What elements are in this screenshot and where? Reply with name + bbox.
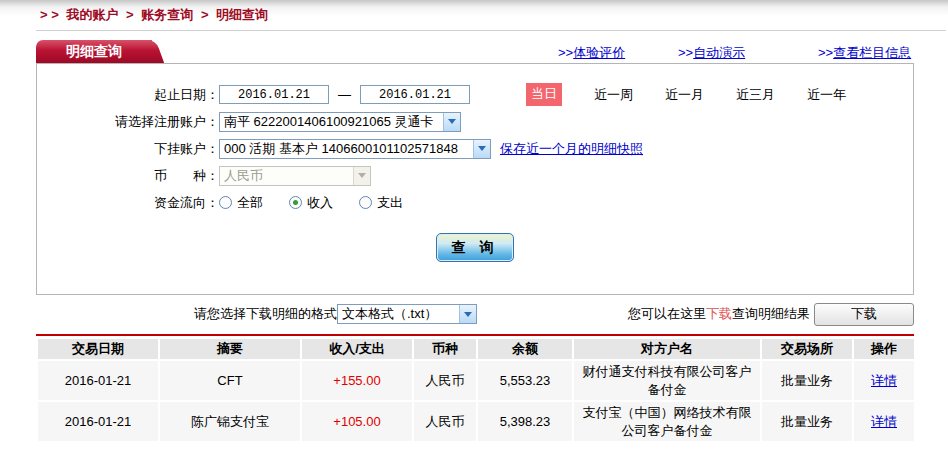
cell-venue: 批量业务	[762, 361, 852, 400]
flow-radio-0[interactable]	[219, 196, 232, 209]
cell-counterparty: 支付宝（中国）网络技术有限公司客户备付金	[574, 402, 760, 441]
flow-option-label: 全部	[237, 194, 263, 212]
col-header-summary: 摘要	[160, 339, 300, 359]
col-header-currency: 币种	[414, 339, 476, 359]
breadcrumb-arrows: > >	[40, 7, 59, 22]
sub-account-label: 下挂账户：	[37, 140, 219, 158]
sub-account-row: 下挂账户： 000 活期 基本户 1406600101102571848 保存近…	[37, 135, 913, 162]
quick-range-month[interactable]: 近一月	[665, 86, 704, 104]
flow-radio-2[interactable]	[359, 196, 372, 209]
currency-value: 人民币	[220, 167, 353, 185]
link-auto-demo[interactable]: >>自动演示	[678, 44, 745, 62]
cell-summary: CFT	[160, 361, 300, 400]
detail-link[interactable]: 详情	[871, 373, 897, 388]
cell-counterparty: 财付通支付科技有限公司客户备付金	[574, 361, 760, 400]
chevron-down-icon	[443, 113, 460, 131]
flow-direction-row: 资金流向： 全部 收入 支出	[37, 189, 913, 216]
quick-range-today[interactable]: 当日	[526, 83, 562, 106]
link-label: 查看栏目信息	[833, 45, 911, 60]
link-arrows: >>	[818, 45, 833, 60]
query-form-panel: 起止日期： — 当日 近一周 近一月 近三月 近一年 请选择注册账户： 南平 6…	[36, 63, 914, 295]
table-row: 2016-01-21 陈广锦支付宝 +105.00 人民币 5,398.23 支…	[38, 402, 914, 441]
transactions-table: 交易日期 摘要 收入/支出 币种 余额 对方户名 交易场所 操作 2016-01…	[36, 337, 916, 443]
breadcrumb-bar: > > 我的账户 > 账务查询 > 明细查询	[0, 0, 948, 30]
tab-title: 明细查询	[66, 43, 122, 59]
registered-account-value: 南平 6222001406100921065 灵通卡	[220, 113, 443, 131]
link-label: 自动演示	[693, 45, 745, 60]
chevron-down-icon	[473, 140, 490, 158]
col-header-amount: 收入/支出	[302, 339, 412, 359]
end-date-input[interactable]	[360, 85, 470, 104]
link-label: 体验评价	[573, 45, 625, 60]
currency-label: 币 种：	[37, 167, 219, 185]
currency-row: 币 种： 人民币	[37, 162, 913, 189]
link-experience-rating[interactable]: >>体验评价	[558, 44, 625, 62]
quick-range-quarter[interactable]: 近三月	[736, 86, 775, 104]
cell-date: 2016-01-21	[38, 402, 158, 441]
col-header-date: 交易日期	[38, 339, 158, 359]
cell-summary: 陈广锦支付宝	[160, 402, 300, 441]
flow-option-expense[interactable]: 支出	[359, 194, 403, 212]
link-view-column-info[interactable]: >>查看栏目信息	[818, 44, 911, 62]
query-button[interactable]: 查 询	[436, 233, 514, 262]
cell-balance: 5,553.23	[478, 361, 572, 400]
flow-option-label: 收入	[307, 194, 333, 212]
download-format-select[interactable]: 文本格式（.txt）	[337, 304, 477, 324]
cell-amount: +105.00	[302, 402, 412, 441]
flow-radio-1[interactable]	[289, 196, 302, 209]
col-header-venue: 交易场所	[762, 339, 852, 359]
download-hint-suffix: 查询明细结果	[732, 305, 810, 323]
cell-currency: 人民币	[414, 361, 476, 400]
download-row: 请您选择下载明细的格式 文本格式（.txt） 您可以在这里 下载 查询明细结果 …	[36, 301, 914, 327]
date-range-label: 起止日期：	[37, 86, 219, 104]
col-header-counterparty: 对方户名	[574, 339, 760, 359]
cell-amount: +155.00	[302, 361, 412, 400]
table-top-divider	[36, 334, 914, 336]
sub-account-select[interactable]: 000 活期 基本户 1406600101102571848	[219, 139, 491, 159]
table-row: 2016-01-21 CFT +155.00 人民币 5,553.23 财付通支…	[38, 361, 914, 400]
account-row: 请选择注册账户： 南平 6222001406100921065 灵通卡	[37, 108, 913, 135]
breadcrumb-item-detail-query[interactable]: 明细查询	[216, 7, 268, 22]
tab-row: 明细查询 >>体验评价 >>自动演示 >>查看栏目信息	[36, 40, 914, 63]
tab-detail-query[interactable]: 明细查询	[36, 40, 152, 63]
detail-link[interactable]: 详情	[871, 414, 897, 429]
col-header-balance: 余额	[478, 339, 572, 359]
download-hint-link[interactable]: 下载	[706, 305, 732, 323]
breadcrumb: > > 我的账户 > 账务查询 > 明细查询	[36, 6, 268, 24]
flow-option-label: 支出	[377, 194, 403, 212]
link-arrows: >>	[678, 45, 693, 60]
date-separator: —	[338, 87, 351, 102]
download-hint-group: 您可以在这里 下载 查询明细结果 下载	[628, 303, 914, 326]
download-button[interactable]: 下载	[814, 303, 914, 326]
flow-option-all[interactable]: 全部	[219, 194, 263, 212]
cell-date: 2016-01-21	[38, 361, 158, 400]
flow-option-income[interactable]: 收入	[289, 194, 333, 212]
save-monthly-snapshot-link[interactable]: 保存近一个月的明细快照	[500, 140, 643, 158]
download-format-label: 请您选择下载明细的格式	[194, 305, 337, 323]
chevron-down-icon	[353, 167, 370, 185]
breadcrumb-item-account-query[interactable]: 账务查询	[141, 7, 193, 22]
date-range-row: 起止日期： — 当日 近一周 近一月 近三月 近一年	[37, 81, 913, 108]
breadcrumb-separator: >	[126, 7, 134, 22]
cell-action: 详情	[854, 361, 914, 400]
breadcrumb-item-my-account[interactable]: 我的账户	[66, 7, 118, 22]
registered-account-select[interactable]: 南平 6222001406100921065 灵通卡	[219, 112, 461, 132]
currency-select: 人民币	[219, 166, 371, 186]
sub-account-value: 000 活期 基本户 1406600101102571848	[220, 140, 473, 158]
col-header-action: 操作	[854, 339, 914, 359]
chevron-down-icon	[459, 305, 476, 323]
main-content: 明细查询 >>体验评价 >>自动演示 >>查看栏目信息 起止日期： — 当日 近…	[36, 40, 914, 443]
flow-direction-label: 资金流向：	[37, 194, 219, 212]
account-label: 请选择注册账户：	[37, 113, 219, 131]
cell-balance: 5,398.23	[478, 402, 572, 441]
cell-action: 详情	[854, 402, 914, 441]
start-date-input[interactable]	[219, 85, 329, 104]
link-arrows: >>	[558, 45, 573, 60]
cell-currency: 人民币	[414, 402, 476, 441]
download-format-value: 文本格式（.txt）	[338, 305, 459, 323]
cell-venue: 批量业务	[762, 402, 852, 441]
table-header-row: 交易日期 摘要 收入/支出 币种 余额 对方户名 交易场所 操作	[38, 339, 914, 359]
breadcrumb-separator: >	[201, 7, 209, 22]
quick-range-week[interactable]: 近一周	[594, 86, 633, 104]
quick-range-year[interactable]: 近一年	[807, 86, 846, 104]
